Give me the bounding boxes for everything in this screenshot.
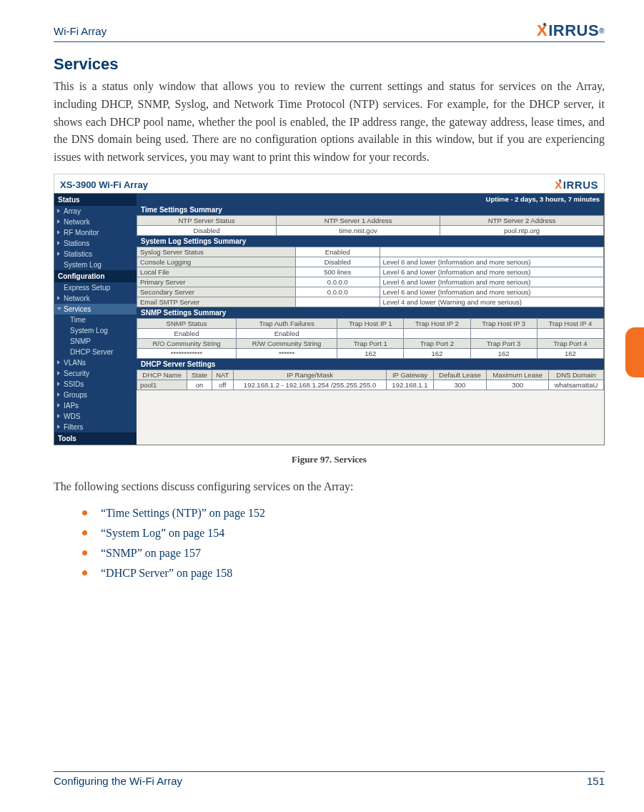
table-row: ************ ****** 162 162 162 162	[137, 348, 604, 358]
sidebar-item-system-log[interactable]: System Log	[54, 259, 137, 270]
panel-snmp-settings: SNMP Settings Summary	[137, 307, 604, 318]
panel-syslog-settings: System Log Settings Summary	[137, 236, 604, 247]
footer-section: Configuring the Wi-Fi Array	[54, 775, 182, 787]
sidebar-item-services[interactable]: Services	[54, 304, 137, 315]
panel-time-settings: Time Settings Summary	[137, 204, 604, 215]
table-row: Email SMTP ServerLevel 4 and lower (Warn…	[137, 297, 604, 307]
figure-caption: Figure 97. Services	[54, 454, 605, 465]
app-title-bar: XS-3900 Wi-Fi Array X IRRUS	[54, 174, 605, 193]
sidebar-item-network[interactable]: Network	[54, 217, 137, 227]
table-row: Disabled time.nist.gov pool.ntp.org	[137, 225, 604, 235]
logo-registered-icon: ®	[599, 27, 605, 35]
sidebar-item-groups[interactable]: Groups	[54, 390, 137, 400]
dhcp-table: DHCP Name State NAT IP Range/Mask IP Gat…	[137, 370, 604, 390]
sidebar-item-filters[interactable]: Filters	[54, 422, 137, 432]
sidebar-item-syslog[interactable]: System Log	[54, 325, 137, 336]
sidebar-item-iaps[interactable]: IAPs	[54, 400, 137, 411]
panel-dhcp-settings: DHCP Server Settings	[137, 359, 604, 370]
doc-title: Wi-Fi Array	[54, 25, 106, 37]
th-ntp-status: NTP Server Status	[137, 215, 277, 225]
sidebar-item-security[interactable]: Security	[54, 368, 137, 379]
link-snmp[interactable]: “SNMP” on page 157	[101, 547, 201, 559]
th-ntp1: NTP Server 1 Address	[277, 215, 440, 225]
xirrus-logo: X IRRUS ®	[537, 21, 605, 40]
nav-sidebar: Status Array Network RF Monitor Stations…	[54, 194, 137, 445]
table-row: Enabled Enabled	[137, 328, 604, 338]
services-screenshot: XS-3900 Wi-Fi Array X IRRUS Status Array…	[54, 174, 605, 445]
table-row: Syslog Server StatusEnabled	[137, 247, 604, 257]
app-logo: X IRRUS	[555, 179, 598, 191]
table-row: Primary Server0.0.0.0Level 6 and lower (…	[137, 277, 604, 287]
sidebar-item-ssids[interactable]: SSIDs	[54, 379, 137, 390]
footer-page-number: 151	[587, 775, 605, 787]
sidebar-item-time[interactable]: Time	[54, 315, 137, 325]
sidebar-item-vlans[interactable]: VLANs	[54, 357, 137, 368]
uptime-bar: Uptime - 2 days, 3 hours, 7 minutes	[137, 194, 604, 204]
table-row: Local File500 linesLevel 6 and lower (In…	[137, 267, 604, 277]
cell-ntp2: pool.ntp.org	[440, 225, 604, 235]
logo-x-icon: X	[537, 21, 548, 40]
sidebar-section-status: Status	[54, 194, 137, 206]
cell-ntp-status: Disabled	[137, 225, 277, 235]
table-row: pool1 on off 192.168.1.2 - 192.168.1.254…	[137, 380, 604, 390]
syslog-table: Syslog Server StatusEnabled Console Logg…	[137, 247, 604, 307]
followup-text: The following sections discuss configuri…	[54, 478, 605, 496]
section-tab-icon	[625, 327, 644, 377]
link-time-settings[interactable]: “Time Settings (NTP)” on page 152	[101, 507, 265, 519]
link-system-log[interactable]: “System Log” on page 154	[101, 527, 224, 539]
time-settings-table: NTP Server Status NTP Server 1 Address N…	[137, 215, 604, 236]
sidebar-item-statistics[interactable]: Statistics	[54, 249, 137, 259]
sidebar-item-stations[interactable]: Stations	[54, 238, 137, 249]
snmp-table: SNMP Status Trap Auth Failures Trap Host…	[137, 318, 604, 359]
sidebar-item-array[interactable]: Array	[54, 206, 137, 217]
section-heading: Services	[54, 55, 605, 74]
sidebar-item-rf-monitor[interactable]: RF Monitor	[54, 227, 137, 238]
sidebar-item-cfg-network[interactable]: Network	[54, 293, 137, 304]
th-ntp2: NTP Server 2 Address	[440, 215, 604, 225]
logo-text: IRRUS	[548, 21, 599, 40]
page-footer: Configuring the Wi-Fi Array 151	[54, 771, 605, 787]
logo-x-icon: X	[555, 179, 563, 191]
sidebar-item-express-setup[interactable]: Express Setup	[54, 282, 137, 293]
app-title: XS-3900 Wi-Fi Array	[60, 179, 148, 190]
sidebar-item-dhcp[interactable]: DHCP Server	[54, 347, 137, 357]
page-header: Wi-Fi Array X IRRUS ®	[54, 21, 605, 42]
content-area: Uptime - 2 days, 3 hours, 7 minutes Time…	[137, 194, 604, 445]
link-dhcp-server[interactable]: “DHCP Server” on page 158	[101, 567, 232, 579]
table-row: Secondary Server0.0.0.0Level 6 and lower…	[137, 287, 604, 297]
reference-list: “Time Settings (NTP)” on page 152 “Syste…	[54, 503, 605, 583]
sidebar-item-snmp[interactable]: SNMP	[54, 336, 137, 347]
sidebar-section-configuration: Configuration	[54, 270, 137, 282]
sidebar-item-wds[interactable]: WDS	[54, 411, 137, 422]
section-intro: This is a status only window that allows…	[54, 78, 605, 167]
sidebar-section-tools: Tools	[54, 432, 137, 445]
table-row: Console LoggingDisabledLevel 6 and lower…	[137, 257, 604, 267]
logo-text: IRRUS	[563, 179, 598, 191]
cell-ntp1: time.nist.gov	[277, 225, 440, 235]
